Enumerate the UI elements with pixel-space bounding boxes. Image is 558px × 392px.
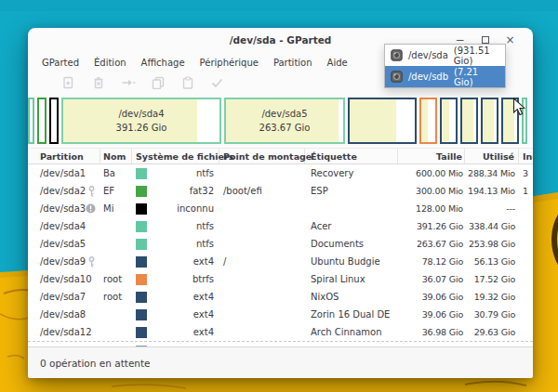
disk-bar-partition-sda12[interactable] [481, 98, 498, 144]
table-row-sda3[interactable]: /dev/sda3Miinconnu128.00 Mio--- [28, 200, 533, 217]
menu-item-peripherique[interactable]: Périphérique [200, 58, 259, 68]
column-header-7[interactable]: Inutilisé [519, 149, 533, 163]
cell-label: Arch Cinnamon [305, 327, 398, 337]
harddisk-icon [391, 49, 403, 61]
cell-filesystem: ext4 [132, 327, 219, 338]
column-header-1[interactable]: Nom [100, 149, 132, 163]
column-header-4[interactable]: Étiquette [305, 149, 398, 163]
apply-operations-icon [210, 75, 224, 93]
paste-button[interactable] [180, 77, 194, 91]
cell-partition: /dev/sda5 [28, 239, 100, 249]
cell-used: 288.34 Mio [465, 168, 519, 178]
disk-bar-partition-sda8[interactable] [460, 98, 478, 144]
cell-partition: /dev/sda2 [28, 186, 100, 197]
filesystem-color-swatch [136, 186, 147, 197]
disk-bar-partition-sda4[interactable]: /dev/sda4391.26 Gio [61, 98, 221, 144]
column-header-6[interactable]: Utilisé [465, 149, 519, 163]
cell-size: 300.00 Mio [398, 186, 465, 196]
cell-filesystem: inconnu [132, 203, 219, 215]
column-header-3[interactable]: Point de montage [219, 149, 305, 163]
column-header-0[interactable]: Partition [28, 149, 100, 163]
new-partition-button[interactable] [61, 77, 75, 91]
table-row-sda8[interactable]: /dev/sda8ext4Zorin 16 Dual DE39.06 Gio30… [28, 306, 533, 323]
table-row-sda9[interactable]: /dev/sda9ext4/Ubuntu Budgie78.12 Gio56.1… [28, 253, 533, 270]
disk-bar-partition-sda3[interactable] [49, 98, 59, 144]
table-row-sda5[interactable]: /dev/sda5ntfsDocuments263.67 Gio253.98 G… [28, 235, 533, 253]
disk-bar-partition-sda1[interactable] [28, 98, 34, 144]
cell-label: Ubuntu Budgie [305, 256, 398, 267]
apply-operations-button[interactable] [210, 77, 224, 91]
cell-label: ESP [305, 186, 398, 196]
cell-used: 56.13 Gio [465, 256, 519, 267]
disk-bar-partition-sda2[interactable] [37, 98, 46, 144]
partition-table: PartitionNomSystème de fichiersPoint de … [28, 148, 533, 346]
menu-item-aide[interactable]: Aide [327, 58, 348, 68]
menu-item-affichage[interactable]: Affichage [141, 58, 185, 68]
key-icon [87, 186, 96, 197]
cell-partition: /dev/sda4 [28, 221, 100, 231]
filesystem-color-swatch [136, 239, 147, 250]
filesystem-name: ntfs [147, 221, 219, 231]
partition-name: /dev/sda12 [40, 327, 92, 337]
delete-partition-button[interactable] [91, 77, 105, 91]
cell-filesystem: fat32 [132, 186, 219, 197]
cell-size: 78.12 Gio [398, 256, 465, 267]
table-row-sda12[interactable]: /dev/sda12ext4Arch Cinnamon36.98 Gio29.6… [28, 323, 533, 341]
device-option-sdb[interactable]: /dev/sdb(7.21 Gio) [385, 66, 505, 87]
cell-used: 19.32 Gio [465, 292, 519, 302]
cell-partition: /dev/sda10 [28, 274, 100, 284]
table-row-sda10[interactable]: /dev/sda10rootbtrfsSpiral Linux36.07 Gio… [28, 270, 533, 288]
mouse-cursor [512, 98, 526, 117]
partition-name: /dev/sda10 [40, 274, 92, 284]
cell-used: 338.44 Gio [465, 221, 519, 231]
device-size: (7.21 Gio) [454, 67, 498, 87]
filesystem-color-swatch [136, 346, 147, 347]
menu-item-partition[interactable]: Partition [273, 58, 312, 68]
cell-size: 39.06 Gio [398, 292, 465, 302]
cell-mountpoint: /boot/efi [219, 186, 305, 196]
filesystem-name: fat32 [147, 186, 219, 196]
partition-name: /dev/sda2 [40, 186, 86, 196]
cell-partition: /dev/sda12 [28, 327, 100, 337]
disk-partition-bar: /dev/sda4391.26 Gio/dev/sda5263.67 Gio [28, 94, 533, 148]
cell-label: NixOS [305, 292, 398, 302]
filesystem-name: btrfs [147, 274, 219, 284]
partition-name: /dev/sda7 [40, 292, 86, 302]
cell-partition: /dev/sda9 [28, 256, 100, 268]
disk-bar-partition-sda9[interactable] [348, 98, 417, 144]
partition-name: /dev/sda5 [40, 239, 86, 249]
cell-name: Mi [100, 203, 132, 214]
cell-unused: 3 [519, 168, 533, 178]
cell-partition: /dev/sda1 [28, 168, 100, 178]
resize-move-button[interactable] [121, 77, 135, 91]
menu-item-edition[interactable]: Édition [94, 58, 126, 68]
disk-bar-partition-sda5[interactable]: /dev/sda5263.67 Gio [224, 98, 345, 144]
cell-size: 600.00 Mio [398, 168, 465, 178]
cell-filesystem: ext4 [132, 256, 219, 268]
partition-name: /dev/sda8 [40, 309, 86, 320]
partition-name: /dev/sda3 [40, 203, 86, 214]
device-size: (931.51 Gio) [454, 46, 498, 66]
table-row-sda1[interactable]: /dev/sda1BantfsRecovery600.00 Mio288.34 … [28, 164, 533, 182]
table-row-sda7[interactable]: /dev/sda7rootext4NixOS39.06 Gio19.32 Gio [28, 288, 533, 306]
menu-item-gparted[interactable]: GParted [42, 58, 79, 68]
table-row-sda4[interactable]: /dev/sda4ntfsAcer391.26 Gio338.44 Gio [28, 217, 533, 235]
disk-bar-partition-sda10[interactable] [419, 98, 437, 144]
copy-button[interactable] [151, 77, 165, 91]
cell-unused: 1 [519, 186, 533, 196]
statusbar: 0 opération en attente [28, 346, 533, 378]
cell-label: Documents [305, 239, 398, 249]
cell-filesystem: ntfs [132, 168, 219, 179]
column-header-5[interactable]: Taille [398, 149, 465, 163]
filesystem-name: ntfs [147, 239, 219, 249]
cell-filesystem: ntfs [132, 221, 219, 232]
filesystem-name: ext4 [147, 327, 219, 337]
filesystem-name: ntfs [147, 168, 219, 178]
key-icon [87, 256, 96, 268]
disk-bar-partition-sda7[interactable] [440, 98, 458, 144]
device-option-sda[interactable]: /dev/sda(931.51 Gio) [385, 45, 505, 66]
table-row-clipped[interactable] [28, 341, 533, 346]
cell-partition: /dev/sda3 [28, 203, 100, 214]
column-header-2[interactable]: Système de fichiers [132, 149, 219, 163]
table-row-sda2[interactable]: /dev/sda2EFfat32/boot/efiESP300.00 Mio19… [28, 182, 533, 200]
